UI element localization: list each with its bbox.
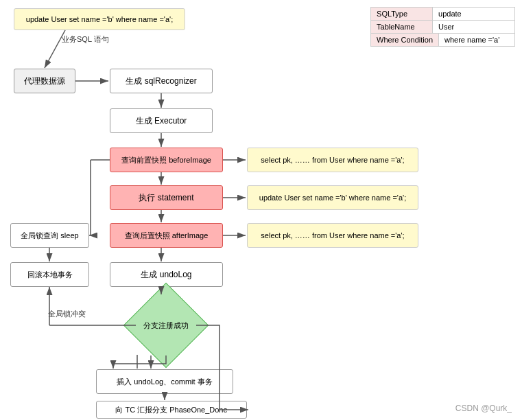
report-tc-box: 向 TC 汇报分支 PhaseOne_Done (96, 401, 247, 419)
info-row-condition: Where Condition where name ='a' (371, 34, 514, 46)
flow-arrows (0, 0, 522, 420)
info-table: SQLType update TableName User Where Cond… (370, 7, 515, 47)
execute-stmt-text: 执行 statement (139, 192, 193, 204)
value-sqltype: update (433, 8, 508, 20)
info-row-sqltype: SQLType update (371, 8, 514, 21)
proxy-text: 代理数据源 (24, 75, 65, 87)
gen-recognizer-text: 生成 sqlRecognizer (126, 75, 196, 87)
before-select-text: select pk, …… from User where name ='a'; (261, 156, 404, 164)
after-select-text: select pk, …… from User where name ='a'; (261, 231, 404, 240)
global-lock-sleep-box: 全局锁查询 sleep (10, 223, 89, 248)
label-tablename: TableName (371, 21, 433, 33)
watermark: CSDN @Qurk_ (455, 404, 512, 413)
branch-reg-text: 分支注册成功 (143, 320, 189, 331)
global-lock-conflict-label: 全局锁冲突 (48, 309, 86, 319)
branch-reg-diamond: 分支注册成功 (123, 283, 209, 368)
before-image-box: 查询前置快照 beforeImage (110, 148, 223, 172)
label-sqltype: SQLType (371, 8, 433, 20)
report-tc-text: 向 TC 汇报分支 PhaseOne_Done (115, 405, 227, 415)
before-image-text: 查询前置快照 beforeImage (121, 155, 211, 165)
sql-box: update User set name ='b' where name ='a… (14, 8, 185, 30)
after-select-box: select pk, …… from User where name ='a'; (247, 223, 418, 248)
insert-undolog-text: 插入 undoLog、commit 事务 (117, 377, 212, 387)
proxy-box: 代理数据源 (14, 69, 75, 93)
rollback-local-text: 回滚本地事务 (27, 270, 73, 280)
value-condition: where name ='a' (439, 34, 514, 46)
value-tablename: User (433, 21, 508, 33)
after-image-text: 查询后置快照 afterImage (125, 231, 209, 241)
gen-executor-box: 生成 Executor (110, 108, 213, 133)
before-select-box: select pk, …… from User where name ='a'; (247, 148, 418, 172)
gen-executor-text: 生成 Executor (136, 115, 187, 127)
insert-undolog-box: 插入 undoLog、commit 事务 (96, 369, 233, 394)
execute-stmt-box: 执行 statement (110, 185, 223, 210)
label-condition: Where Condition (371, 34, 439, 46)
diagram-container: SQLType update TableName User Where Cond… (0, 0, 522, 420)
rollback-local-box: 回滚本地事务 (10, 262, 89, 287)
execute-update-text: update User set name ='b' where name ='a… (259, 194, 406, 202)
biz-sql-label: 业务SQL 语句 (62, 34, 109, 45)
after-image-box: 查询后置快照 afterImage (110, 223, 223, 248)
gen-undolog-text: 生成 undoLog (141, 269, 191, 281)
global-lock-sleep-text: 全局锁查询 sleep (21, 231, 78, 241)
info-row-tablename: TableName User (371, 21, 514, 34)
execute-update-box: update User set name ='b' where name ='a… (247, 185, 418, 210)
sql-text: update User set name ='b' where name ='a… (26, 15, 173, 23)
gen-recognizer-box: 生成 sqlRecognizer (110, 69, 213, 93)
